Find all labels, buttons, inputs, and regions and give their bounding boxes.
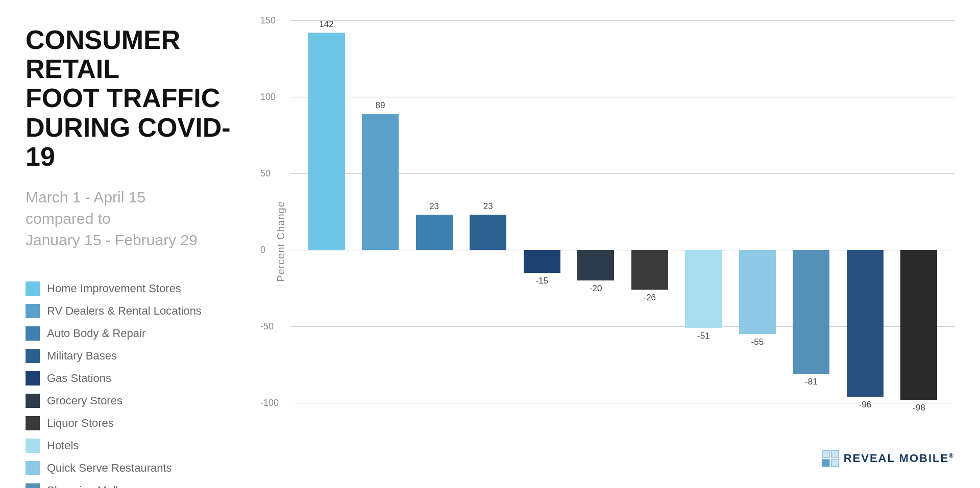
bar-value-label: -55	[739, 337, 776, 347]
subtitle: March 1 - April 15 compared to January 1…	[26, 187, 240, 251]
legend-item: Military Bases	[26, 349, 240, 363]
grid-label: -100	[260, 398, 279, 408]
legend-swatch	[26, 281, 40, 296]
legend-label: Auto Body & Repair	[47, 327, 145, 340]
bar	[416, 215, 453, 250]
grid-line	[291, 20, 954, 21]
bar-value-label: -15	[524, 276, 560, 286]
bar-value-label: 142	[308, 19, 345, 30]
svg-rect-0	[822, 450, 829, 457]
bar	[524, 250, 560, 273]
bar-value-label: 89	[362, 100, 399, 111]
bar	[739, 250, 776, 334]
legend-item: Liquor Stores	[26, 416, 240, 430]
grid-line	[291, 97, 954, 97]
chart-area: Percent Change 150100500-50-100142892323…	[240, 20, 954, 473]
grid-label: -50	[260, 321, 274, 332]
bar	[577, 250, 614, 280]
grid-label: 100	[260, 92, 276, 102]
legend-swatch	[26, 304, 40, 318]
legend-label: Home Improvement Stores	[47, 282, 181, 295]
grid-label: 150	[260, 15, 276, 26]
legend-item: Home Improvement Stores	[26, 281, 240, 296]
left-panel: CONSUMER RETAILFOOT TRAFFICDURING COVID-…	[26, 20, 240, 473]
svg-rect-2	[822, 459, 829, 467]
legend-item: Hotels	[26, 439, 240, 453]
legend-label: Hotels	[47, 439, 79, 452]
legend-swatch	[26, 394, 40, 408]
legend: Home Improvement Stores RV Dealers & Ren…	[26, 281, 240, 488]
legend-label: Liquor Stores	[47, 417, 114, 430]
bar	[847, 250, 884, 397]
legend-label: Gas Stations	[47, 372, 111, 385]
legend-label: Quick Serve Restaurants	[47, 461, 172, 475]
legend-swatch	[26, 371, 40, 386]
bar	[793, 250, 829, 374]
bar-value-label: -81	[793, 377, 829, 387]
legend-label: Grocery Stores	[47, 394, 122, 407]
bar	[631, 250, 668, 290]
bar-value-label: -26	[631, 293, 668, 303]
legend-swatch	[26, 349, 40, 363]
bar	[362, 114, 399, 250]
legend-item: Gas Stations	[26, 371, 240, 386]
svg-rect-1	[831, 450, 839, 457]
y-axis-label: Percent Change	[275, 201, 287, 282]
bar	[685, 250, 722, 328]
legend-swatch	[26, 416, 40, 430]
legend-swatch	[26, 439, 40, 453]
legend-label: Shopping Malls	[47, 484, 124, 488]
legend-label: Military Bases	[47, 349, 117, 363]
grid-label: 0	[260, 245, 265, 255]
bar-value-label: -51	[685, 331, 722, 341]
bar	[900, 250, 937, 400]
grid-label: 50	[260, 168, 271, 179]
logo: REVEAL MOBILE®	[821, 449, 954, 468]
legend-item: Auto Body & Repair	[26, 326, 240, 341]
legend-swatch	[26, 483, 40, 488]
bar-value-label: 23	[470, 201, 506, 212]
legend-item: Grocery Stores	[26, 394, 240, 408]
bar	[308, 33, 345, 250]
reveal-mobile-logo-icon	[821, 449, 840, 468]
bar-value-label: 23	[416, 201, 453, 212]
main-title: CONSUMER RETAILFOOT TRAFFICDURING COVID-…	[26, 25, 240, 171]
legend-item: RV Dealers & Rental Locations	[26, 304, 240, 318]
bar-value-label: -98	[900, 403, 937, 413]
svg-rect-3	[831, 459, 839, 467]
legend-label: RV Dealers & Rental Locations	[47, 304, 202, 318]
chart-plot: 150100500-50-100142892323-15-20-26-51-55…	[291, 20, 954, 403]
legend-item: Quick Serve Restaurants	[26, 461, 240, 475]
bar-value-label: -20	[577, 284, 614, 294]
legend-item: Shopping Malls	[26, 483, 240, 488]
bar-value-label: -96	[847, 400, 884, 410]
bar	[470, 215, 506, 250]
legend-swatch	[26, 326, 40, 341]
logo-text: REVEAL MOBILE®	[844, 452, 954, 465]
legend-swatch	[26, 461, 40, 475]
